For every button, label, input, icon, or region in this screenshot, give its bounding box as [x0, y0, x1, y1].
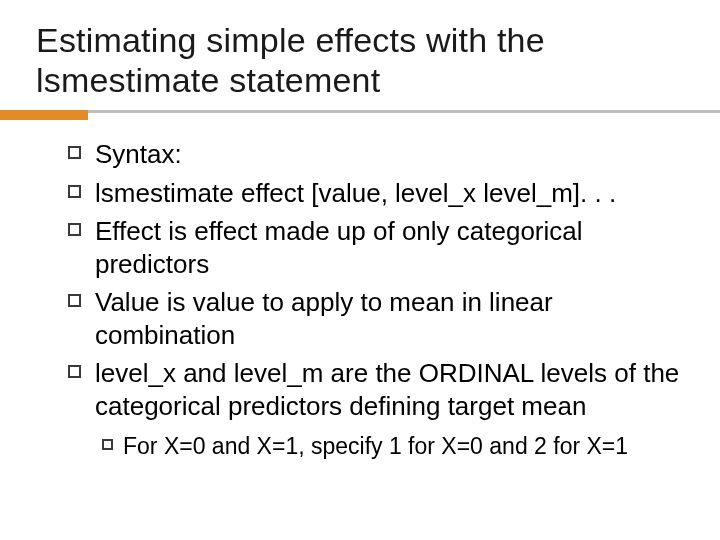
- square-bullet-icon: [68, 294, 81, 307]
- list-item-text: Effect is effect made up of only categor…: [95, 215, 684, 280]
- square-bullet-icon: [68, 146, 81, 159]
- list-item-text: Syntax:: [95, 138, 182, 171]
- square-bullet-icon: [102, 439, 113, 450]
- list-item-text: Value is value to apply to mean in linea…: [95, 286, 684, 351]
- slide-title: Estimating simple effects with the lsmes…: [36, 20, 684, 100]
- list-item: Syntax:: [68, 138, 684, 171]
- list-item: level_x and level_m are the ORDINAL leve…: [68, 357, 684, 422]
- list-item: lsmestimate effect [value, level_x level…: [68, 177, 684, 210]
- slide: Estimating simple effects with the lsmes…: [0, 0, 720, 540]
- bullet-list: Syntax: lsmestimate effect [value, level…: [36, 138, 684, 461]
- square-bullet-icon: [68, 223, 81, 236]
- square-bullet-icon: [68, 365, 81, 378]
- list-subitem-text: For X=0 and X=1, specify 1 for X=0 and 2…: [123, 432, 628, 461]
- square-bullet-icon: [68, 185, 81, 198]
- list-item: Value is value to apply to mean in linea…: [68, 286, 684, 351]
- list-subitem: For X=0 and X=1, specify 1 for X=0 and 2…: [102, 432, 684, 461]
- rule-orange-accent: [0, 110, 88, 120]
- list-item-text: lsmestimate effect [value, level_x level…: [95, 177, 616, 210]
- list-item-text: level_x and level_m are the ORDINAL leve…: [95, 357, 684, 422]
- list-item: Effect is effect made up of only categor…: [68, 215, 684, 280]
- rule-gray: [0, 110, 720, 113]
- title-rule: [0, 110, 720, 120]
